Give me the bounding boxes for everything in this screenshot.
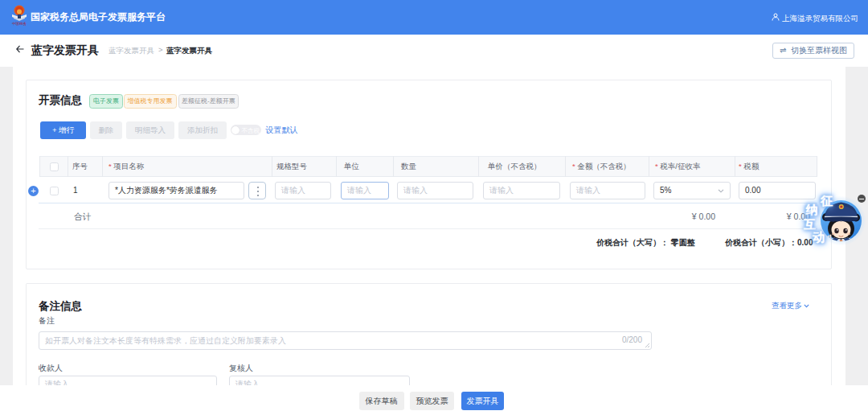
svg-text:中国税务: 中国税务 [12,22,27,26]
